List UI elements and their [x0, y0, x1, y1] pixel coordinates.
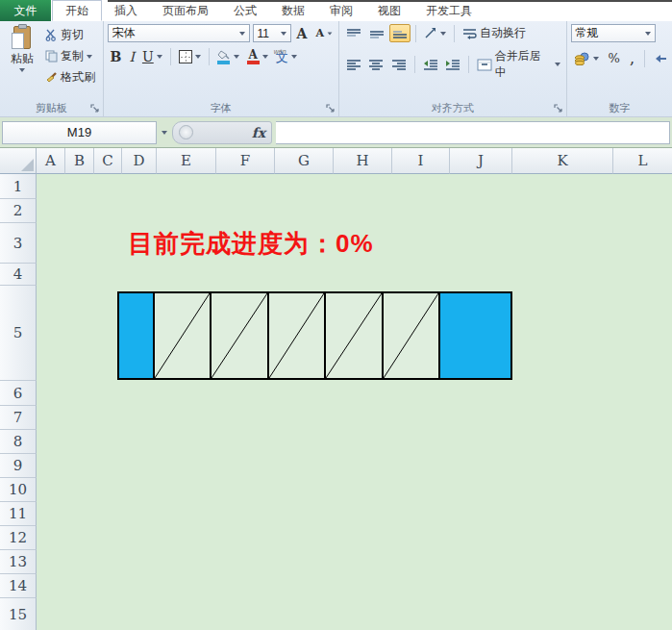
row-header-3[interactable]: 3 — [0, 223, 37, 264]
fill-color-dropdown-icon[interactable] — [234, 55, 239, 59]
font-name-dropdown-icon[interactable] — [239, 32, 245, 36]
align-left-button[interactable] — [343, 56, 364, 74]
percent-style-button[interactable]: % — [606, 50, 623, 66]
font-color-dropdown-icon[interactable] — [262, 55, 268, 59]
bold-button[interactable]: B — [108, 48, 125, 65]
align-right-button[interactable] — [388, 56, 410, 74]
copy-button[interactable]: 复制 — [44, 47, 96, 65]
tab-developer[interactable]: 开发工具 — [413, 0, 485, 21]
merge-center-dropdown-icon[interactable] — [555, 63, 560, 66]
progress-cell-2-hatched[interactable] — [155, 293, 212, 378]
italic-button[interactable]: I — [126, 48, 137, 65]
number-format-dropdown-icon[interactable] — [645, 32, 651, 36]
column-header-H[interactable]: H — [334, 148, 392, 174]
column-header-E[interactable]: E — [157, 148, 216, 174]
column-header-I[interactable]: I — [392, 148, 450, 174]
name-box[interactable]: M19 — [2, 121, 157, 144]
fill-color-button[interactable] — [214, 49, 242, 65]
align-top-button[interactable] — [343, 24, 364, 42]
font-color-button[interactable]: A — [244, 49, 271, 65]
copy-dropdown-icon[interactable] — [87, 55, 92, 59]
column-header-F[interactable]: F — [216, 148, 275, 174]
progress-cell-7-filled[interactable] — [440, 293, 510, 378]
tab-review[interactable]: 审阅 — [317, 0, 365, 21]
progress-cell-1-filled[interactable] — [119, 293, 155, 378]
tab-view[interactable]: 视图 — [365, 0, 413, 21]
currency-format-button[interactable] — [571, 51, 602, 66]
row-header-8[interactable]: 8 — [0, 430, 37, 454]
currency-dropdown-icon[interactable] — [593, 57, 599, 61]
grow-font-button[interactable]: A — [294, 25, 311, 42]
underline-button[interactable]: U — [139, 48, 165, 65]
align-middle-button[interactable] — [366, 24, 387, 42]
tab-file[interactable]: 文件 — [0, 0, 51, 21]
font-name-combo[interactable]: 宋体 — [108, 24, 250, 42]
phonetic-guide-button[interactable]: wén 文 — [273, 50, 300, 64]
format-painter-icon — [45, 71, 58, 84]
column-header-B[interactable]: B — [65, 148, 94, 174]
row-header-2[interactable]: 2 — [0, 199, 37, 223]
column-header-L[interactable]: L — [613, 148, 672, 174]
orientation-button[interactable] — [421, 26, 449, 40]
column-header-K[interactable]: K — [512, 148, 613, 174]
paste-button[interactable]: 粘贴 — [4, 24, 40, 100]
font-size-dropdown-icon[interactable] — [281, 32, 286, 36]
column-header-C[interactable]: C — [94, 148, 122, 174]
row-header-6[interactable]: 6 — [0, 381, 37, 406]
row-header-10[interactable]: 10 — [0, 478, 37, 502]
phonetic-dropdown-icon[interactable] — [291, 55, 297, 59]
paste-dropdown-icon[interactable] — [19, 68, 25, 72]
tab-insert[interactable]: 插入 — [102, 0, 150, 21]
increase-decimal-button[interactable] — [652, 52, 669, 65]
format-painter-button[interactable]: 格式刷 — [44, 68, 96, 87]
progress-cell-6-hatched[interactable] — [384, 293, 440, 378]
borders-button[interactable] — [176, 49, 204, 64]
merge-center-button[interactable]: 合并后居中 — [474, 47, 563, 82]
formula-input[interactable] — [276, 121, 670, 144]
row-header-12[interactable]: 12 — [0, 526, 37, 550]
progress-cell-3-hatched[interactable] — [212, 293, 269, 378]
name-box-dropdown[interactable] — [157, 121, 172, 144]
progress-cell-5-hatched[interactable] — [326, 293, 384, 378]
underline-dropdown-icon[interactable] — [157, 55, 162, 59]
tab-page-layout[interactable]: 页面布局 — [150, 0, 221, 21]
tab-data[interactable]: 数据 — [269, 0, 317, 21]
align-bottom-button[interactable] — [389, 24, 411, 42]
row-header-15[interactable]: 15 — [0, 598, 37, 630]
tab-home[interactable]: 开始 — [52, 0, 102, 21]
borders-icon — [179, 50, 192, 63]
align-center-button[interactable] — [366, 56, 387, 74]
progress-cell-4-hatched[interactable] — [269, 293, 326, 378]
cut-button[interactable]: 剪切 — [44, 26, 96, 44]
font-size-combo[interactable]: 11 — [253, 24, 291, 42]
comma-style-button[interactable]: , — [627, 48, 637, 68]
row-header-9[interactable]: 9 — [0, 454, 37, 478]
row-header-13[interactable]: 13 — [0, 550, 37, 574]
font-dialog-launcher-icon[interactable] — [326, 104, 336, 113]
borders-dropdown-icon[interactable] — [195, 55, 201, 59]
wrap-text-button[interactable]: 自动换行 — [460, 24, 529, 42]
align-top-icon — [346, 28, 361, 39]
column-header-G[interactable]: G — [275, 148, 334, 174]
insert-function-button[interactable]: fx — [252, 125, 265, 140]
column-header-A[interactable]: A — [37, 148, 65, 174]
number-format-combo[interactable]: 常规 — [571, 24, 656, 42]
tab-formulas[interactable]: 公式 — [221, 0, 269, 21]
row-header-7[interactable]: 7 — [0, 406, 37, 430]
row-header-4[interactable]: 4 — [0, 264, 37, 286]
row-header-1[interactable]: 1 — [0, 174, 37, 199]
increase-indent-button[interactable] — [442, 56, 463, 74]
column-header-D[interactable]: D — [122, 148, 157, 174]
align-left-icon — [346, 59, 361, 70]
shrink-font-button[interactable]: A — [312, 26, 336, 40]
column-header-J[interactable]: J — [450, 148, 512, 174]
select-all-button[interactable] — [0, 148, 37, 174]
clipboard-dialog-launcher-icon[interactable] — [90, 104, 100, 113]
font-size-value: 11 — [258, 27, 277, 40]
decrease-indent-button[interactable] — [420, 56, 441, 74]
orientation-dropdown-icon[interactable] — [440, 32, 446, 36]
row-header-5[interactable]: 5 — [0, 286, 37, 381]
row-header-14[interactable]: 14 — [0, 574, 37, 598]
alignment-dialog-launcher-icon[interactable] — [554, 104, 563, 113]
row-header-11[interactable]: 11 — [0, 502, 37, 526]
